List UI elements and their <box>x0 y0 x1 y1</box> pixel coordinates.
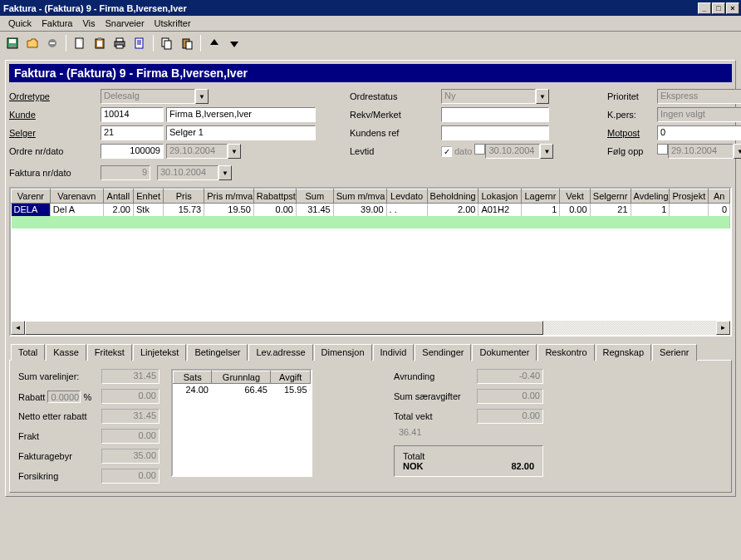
tab-sendinger[interactable]: Sendinger <box>415 344 471 361</box>
kunde-name-input[interactable]: Firma B,Iversen,Iver <box>166 107 316 122</box>
kpers-label: K.pers: <box>607 110 657 120</box>
ordretype-dropdown[interactable]: ▼ <box>195 89 209 104</box>
scroll-thumb[interactable] <box>25 321 543 335</box>
maximize-button[interactable]: □ <box>712 2 725 14</box>
tab-regnskap[interactable]: Regnskap <box>596 344 652 361</box>
col-summmva[interactable]: Sum m/mva <box>333 189 386 204</box>
levtid-checkbox[interactable]: ✓ <box>441 146 452 157</box>
col-enhet[interactable]: Enhet <box>133 189 163 204</box>
clipboard-button[interactable] <box>91 34 109 52</box>
open-button[interactable] <box>23 34 42 52</box>
tab-betingelser[interactable]: Betingelser <box>187 344 248 361</box>
fakturadato-input[interactable]: 30.10.2004 <box>157 165 218 180</box>
print-button[interactable] <box>110 34 129 52</box>
motpost-input[interactable]: 0 <box>657 125 741 140</box>
scroll-left-button[interactable]: ◄ <box>11 321 25 335</box>
prioritet-input[interactable]: Ekspress <box>657 89 741 104</box>
svg-rect-15 <box>186 42 192 49</box>
col-varenavn[interactable]: Varenavn <box>50 189 103 204</box>
menu-snarveier[interactable]: Snarveier <box>101 17 150 30</box>
menu-utskrifter[interactable]: Utskrifter <box>150 17 196 30</box>
col-antall[interactable]: Antall <box>103 189 133 204</box>
tab-serienr[interactable]: Serienr <box>652 344 696 361</box>
col-avdeling[interactable]: Avdeling <box>631 189 670 204</box>
ordredato-input[interactable]: 29.10.2004 <box>166 144 228 159</box>
tab-individ[interactable]: Individ <box>373 344 415 361</box>
up-button[interactable] <box>205 34 223 52</box>
col-vekt[interactable]: Vekt <box>560 189 590 204</box>
forsikring-value: 0.00 <box>101 469 159 484</box>
col-varenr[interactable]: Varenr <box>12 189 51 204</box>
col-prosjekt[interactable]: Prosjekt <box>670 189 709 204</box>
selger-id-input[interactable]: 21 <box>101 125 164 140</box>
line-items-grid[interactable]: VarenrVarenavnAntallEnhetPrisPris m/mvaR… <box>9 187 732 336</box>
col-rabattpst[interactable]: Rabattpst <box>253 189 296 204</box>
col-pris[interactable]: Pris <box>164 189 204 204</box>
new-button[interactable] <box>71 34 89 52</box>
doc-button[interactable] <box>130 34 149 52</box>
ordrenr-label: Ordre nr/dato <box>9 146 101 156</box>
currency-label: NOK <box>403 461 423 471</box>
scroll-right-button[interactable]: ► <box>716 321 730 335</box>
col-sum[interactable]: Sum <box>296 189 333 204</box>
tab-fritekst[interactable]: Fritekst <box>87 344 132 361</box>
col-lokasjon[interactable]: Lokasjon <box>478 189 521 204</box>
rabatt-pct-input[interactable]: 0.0000 <box>51 392 79 402</box>
delete-button[interactable] <box>43 34 61 52</box>
down-button[interactable] <box>225 34 243 52</box>
tab-dimensjon[interactable]: Dimensjon <box>314 344 372 361</box>
ordretype-input[interactable]: Delesalg <box>101 89 195 104</box>
col-beholdning[interactable]: Beholdning <box>427 189 478 204</box>
col-levdato[interactable]: Levdato <box>386 189 427 204</box>
ordrestatus-dropdown[interactable]: ▼ <box>536 89 549 104</box>
page-header: Faktura - (Faktura) 9 - Firma B,Iversen,… <box>9 64 732 82</box>
folgopp-checkbox[interactable] <box>657 144 668 155</box>
toolbar <box>0 32 741 55</box>
levtid-date-dropdown[interactable]: ▼ <box>540 144 553 159</box>
ordredato-dropdown[interactable]: ▼ <box>228 144 241 159</box>
rekv-input[interactable] <box>441 107 549 122</box>
selger-name-input[interactable]: Selger 1 <box>166 125 316 140</box>
folgopp-date-input[interactable]: 29.10.2004 <box>668 144 734 159</box>
table-row[interactable]: DELADel A2.00Stk15.7319.500.0031.4539.00… <box>12 204 730 216</box>
close-button[interactable]: × <box>726 2 739 14</box>
menu-faktura[interactable]: Faktura <box>37 17 77 30</box>
folgopp-label: Følg opp <box>607 146 657 156</box>
svg-rect-11 <box>135 38 143 48</box>
fakturadato-dropdown[interactable]: ▼ <box>218 165 232 180</box>
kundens-ref-input[interactable] <box>441 125 549 140</box>
col-prismmva[interactable]: Pris m/mva <box>204 189 254 204</box>
tab-dokumenter[interactable]: Dokumenter <box>472 344 537 361</box>
col-selgernr[interactable]: Selgernr <box>590 189 631 204</box>
table-row-empty[interactable] <box>12 216 730 228</box>
levtid-date-checkbox[interactable] <box>474 144 485 155</box>
copy-button[interactable] <box>158 34 176 52</box>
tab-kasse[interactable]: Kasse <box>46 344 86 361</box>
tab-linjetekst[interactable]: Linjetekst <box>133 344 186 361</box>
menu-bar: Quick Faktura Vis Snarveier Utskrifter <box>0 16 741 32</box>
kpers-input[interactable]: Ingen valgt <box>657 107 741 122</box>
frakt-label: Frakt <box>18 431 101 441</box>
levtid-date-input[interactable]: 30.10.2004 <box>485 144 540 159</box>
tab-total[interactable]: Total <box>11 344 45 361</box>
ordrestatus-input[interactable]: Ny <box>441 89 536 104</box>
folgopp-date-dropdown[interactable]: ▼ <box>734 144 741 159</box>
sum-varelinjer-value: 31.45 <box>101 369 159 384</box>
gebyr-value: 35.00 <box>101 449 159 464</box>
menu-quick[interactable]: Quick <box>3 17 37 30</box>
tab-reskontro[interactable]: Reskontro <box>537 344 594 361</box>
ordrenr-input[interactable]: 100009 <box>101 144 164 159</box>
tab-levadresse[interactable]: Lev.adresse <box>248 344 312 361</box>
menu-vis[interactable]: Vis <box>77 17 100 30</box>
vat-row: 24.00 66.45 15.95 <box>174 384 311 396</box>
col-an[interactable]: An <box>709 189 730 204</box>
selger-label: Selger <box>9 128 101 138</box>
kunde-id-input[interactable]: 10014 <box>101 107 164 122</box>
horizontal-scrollbar[interactable]: ◄ ► <box>11 321 730 335</box>
minimize-button[interactable]: _ <box>698 2 711 14</box>
save-button[interactable] <box>3 34 22 52</box>
col-lagernr[interactable]: Lagernr <box>521 189 560 204</box>
clipboard-icon <box>93 37 106 50</box>
paste-icon <box>180 37 194 50</box>
paste-button[interactable] <box>178 34 196 52</box>
